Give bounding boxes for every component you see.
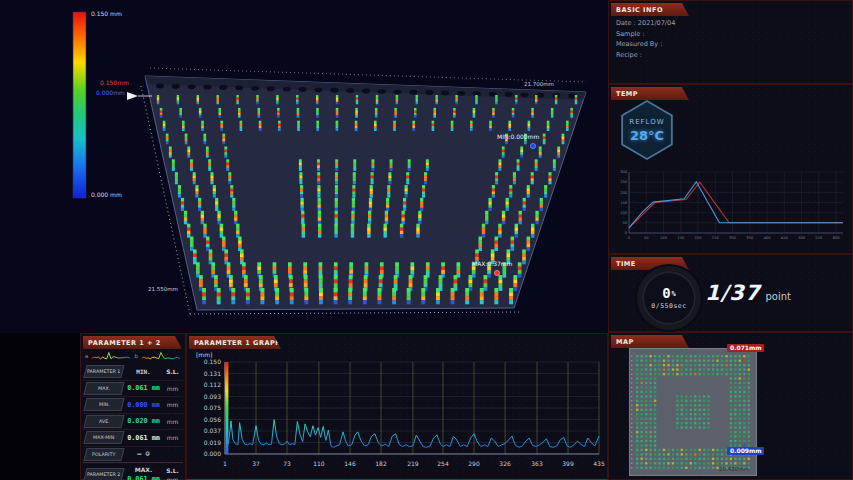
point-counter: 1/37 point [705,281,791,305]
reflow-label: REFLOW [629,118,664,126]
map-dot-grid [630,349,756,475]
stat-value: 0.020 mm [125,417,162,425]
svg-text:0.131: 0.131 [204,370,221,377]
svg-text:110: 110 [313,460,325,467]
reflow-badge: REFLOW 28°C [619,100,675,160]
svg-text:146: 146 [344,460,356,467]
spark-b-thumbnail[interactable] [142,351,180,361]
svg-text:200: 200 [695,236,703,240]
svg-text:550: 550 [815,236,823,240]
parameter-row: AVE.0.020 mmmm [83,414,183,431]
stat-button-max-[interactable]: MAX. [83,382,124,395]
svg-text:0.093: 0.093 [204,393,221,400]
stat-button-max-min[interactable]: MAX-MIN [83,431,124,444]
stat-value: 0.000 mm [125,401,162,409]
sl-unit: mm [164,385,181,392]
svg-text:100: 100 [660,236,668,240]
info-field: Measured By : [616,39,675,50]
parameter2-button[interactable]: PARAMETER 2 [83,468,124,480]
map-board[interactable] [629,348,757,476]
bottom-stat-value: 0.061 mm [127,475,160,480]
svg-text:350: 350 [746,236,754,240]
parameter-table: PARAMETER 1MIN.S.L.MAX.0.061 mmmmMIN.0.0… [83,364,183,463]
time-panel: TIME 0% 0/550sec 1/37 point [608,254,853,332]
parameter1-chart: 0.1500.1310.1120.0930.0750.0560.0370.019… [187,334,607,479]
svg-text:0: 0 [628,236,631,240]
svg-text:250: 250 [712,236,720,240]
svg-text:150: 150 [677,236,685,240]
svg-text:100: 100 [620,211,628,215]
stat-button-min-[interactable]: MIN. [83,398,124,411]
reflow-temp-value: 28°C [630,128,664,143]
svg-text:300: 300 [729,236,737,240]
parameter-panel-header: PARAMETER 1 + 2 [83,336,182,349]
temp-header: TEMP [611,87,689,100]
spark-row: a b [85,350,183,361]
info-field: Recipe : [616,50,675,61]
spark-a-thumbnail[interactable] [92,351,130,361]
progress-percent: 0% [662,286,676,300]
info-field: Sample : [616,29,675,40]
point-counter-label: point [766,291,792,302]
stat-button-ave-[interactable]: AVE. [83,415,124,428]
sl-unit: mm [164,434,181,441]
basic-info-panel: BASIC INFO Date : 2021/07/04Sample : Mea… [608,0,853,84]
basic-info-header: BASIC INFO [611,3,689,16]
sl-column-header: S.L. [164,368,181,375]
stat-button-polarity[interactable]: POLARITY [83,448,124,461]
parameter1-button[interactable]: PARAMETER 1 [83,365,124,378]
temp-profile-chart: 0501001502002503000501001502002503003504… [613,167,850,251]
svg-text:0.112: 0.112 [204,381,221,388]
sl-unit: mm [164,401,181,408]
svg-text:0.075: 0.075 [204,404,221,411]
svg-text:0.000: 0.000 [204,450,221,457]
spark-a-label: a [85,353,88,359]
parameter-row: MIN.0.000 mmmm [83,397,183,414]
stat-value: 0.061 mm [125,384,162,392]
stat-value: – ☺ [125,450,162,458]
svg-text:0: 0 [625,231,628,235]
svg-text:50: 50 [622,221,627,225]
map-board-dimension: 20.420mm [719,466,749,472]
map-header: MAP [611,335,689,348]
svg-text:73: 73 [283,460,291,467]
colorbar-max-label: 0.150 mm [91,11,122,17]
svg-text:219: 219 [407,460,419,467]
stat-column-header: MIN. [125,368,162,375]
info-field: Date : 2021/07/04 [616,18,675,29]
bottom-sl-unit: mm [164,476,181,480]
spark-b-label: b [134,353,138,359]
svg-text:182: 182 [375,460,387,467]
3d-scene[interactable] [0,0,608,333]
parameter-graph-header: PARAMETER 1 GRAPH [189,336,281,349]
dimension-left-label: 21.550mm [148,287,178,293]
min-annotation: MIN:0.000mm [497,134,539,140]
map-max-badge: 0.071mm [727,344,764,352]
stat-value: 0.061 mm [125,434,162,442]
parameter-row: MAX.0.061 mmmm [83,381,183,398]
svg-text:250: 250 [620,180,628,184]
svg-text:0.150: 0.150 [204,358,221,365]
svg-text:50: 50 [644,236,649,240]
parameter-panel: PARAMETER 1 + 2 a b PARAMETER 1MIN.S.L.M… [80,333,186,480]
map-min-badge: 0.009mm [727,447,764,455]
progress-ring: 0% 0/550sec [637,266,701,330]
y-axis-unit-label: [mm] [196,352,212,358]
parameter-header-row: PARAMETER 1MIN.S.L. [83,364,183,381]
svg-text:37: 37 [252,460,260,467]
svg-text:363: 363 [531,460,543,467]
parameter-row: MAX-MIN0.061 mmmm [83,430,183,447]
main-3d-view[interactable]: 0.150 mm 0.000 mm 0.150mm 0.000mm 21.700… [0,0,608,333]
parameter-graph-panel: 0.1500.1310.1120.0930.0750.0560.0370.019… [186,333,608,480]
max-annotation: MAX:0.37mm [472,261,512,267]
z-axis-max-label: 0.150mm [100,80,129,86]
bottom-sl-header: S.L. [166,467,179,474]
svg-text:400: 400 [764,236,772,240]
elapsed-time: 0/550sec [651,302,686,310]
sl-unit: mm [164,418,181,425]
basic-info-fields: Date : 2021/07/04Sample : Measured By : … [616,18,675,60]
svg-text:0.037: 0.037 [204,427,221,434]
svg-text:450: 450 [781,236,789,240]
colorbar-min-label: 0.000 mm [91,192,122,198]
map-panel: MAP 0.071mm 0.009mm 20.420mm [608,332,853,480]
